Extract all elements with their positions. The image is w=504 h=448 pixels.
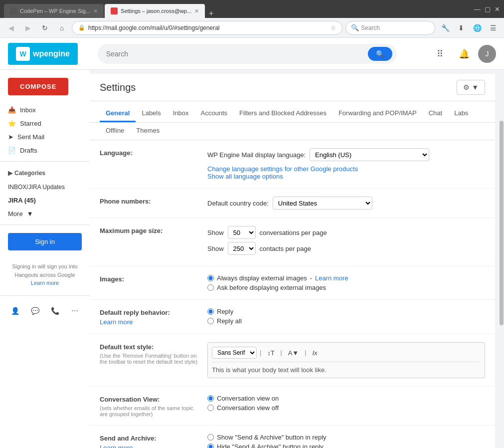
conversation-sublabel: (sets whether emails of the same topic a… xyxy=(100,405,199,417)
gear-dropdown-arrow: ▼ xyxy=(472,83,479,91)
show-send-archive-radio[interactable] xyxy=(207,434,214,441)
reply-radio[interactable] xyxy=(207,308,214,315)
tab-forwarding[interactable]: Forwarding and POP/IMAP xyxy=(333,105,423,122)
reload-button[interactable]: ↻ xyxy=(38,21,52,35)
tab-codepen[interactable]: CodePen – WP Engine Sig... ✕ xyxy=(4,4,104,18)
font-color-button[interactable]: A▼ xyxy=(285,348,302,358)
show-all-languages-link[interactable]: Show all language options xyxy=(207,173,283,180)
tab-labels[interactable]: Labels xyxy=(136,105,167,122)
images-label: Images: xyxy=(100,274,199,283)
settings-gear-button[interactable]: ⚙ ▼ xyxy=(457,80,485,95)
text-style-sublabel: (Use the 'Remove Formatting' button on t… xyxy=(100,353,199,365)
reply-all-radio[interactable] xyxy=(207,318,214,324)
settings-tabs-row1: General Labels Inbox Accounts Filters an… xyxy=(90,101,495,123)
conversation-on-radio[interactable] xyxy=(207,395,214,402)
tab-labs[interactable]: Labs xyxy=(448,105,474,122)
sign-in-learn-more-link[interactable]: Learn more xyxy=(31,280,59,286)
people-icon[interactable]: 👤 xyxy=(8,304,22,318)
drafts-label: Drafts xyxy=(20,147,37,154)
codepen-tab-close[interactable]: ✕ xyxy=(93,8,98,14)
menu-icon[interactable]: ☰ xyxy=(486,21,500,35)
sidebar-item-drafts[interactable]: 📄 Drafts xyxy=(0,144,90,157)
apps-icon[interactable]: ⠿ xyxy=(430,44,450,64)
conversations-per-page-select[interactable]: 50 25 100 xyxy=(228,226,256,239)
language-select[interactable]: English (US) xyxy=(310,148,429,161)
notifications-icon[interactable]: 🔔 xyxy=(454,44,474,64)
contacts-per-page-label: contacts per page xyxy=(260,245,311,252)
tab-accounts[interactable]: Accounts xyxy=(195,105,233,122)
home-button[interactable]: ⌂ xyxy=(55,21,69,35)
inbox-label: Inbox xyxy=(20,106,36,114)
gmail-tab-close[interactable]: ✕ xyxy=(194,8,199,14)
categories-arrow: ▶ xyxy=(8,170,12,177)
tab-inbox[interactable]: Inbox xyxy=(167,105,195,122)
browser-search-bar[interactable]: 🔍 Search xyxy=(345,21,435,35)
hide-send-archive-radio[interactable] xyxy=(207,444,214,448)
jira-label: JIRA (45) xyxy=(8,197,36,204)
maximize-button[interactable]: ▢ xyxy=(485,5,491,13)
sidebar-item-starred[interactable]: ⭐ Starred xyxy=(0,117,90,130)
browser-search-placeholder: Search xyxy=(361,24,380,31)
more-options-icon[interactable]: ⋯ xyxy=(68,304,82,318)
avatar[interactable]: J xyxy=(478,45,496,63)
new-tab-button[interactable]: + xyxy=(206,9,216,18)
always-display-radio[interactable] xyxy=(207,275,214,281)
reply-option1-label: Reply xyxy=(217,308,233,315)
back-button[interactable]: ◀ xyxy=(4,21,18,35)
gmail-search-container[interactable]: 🔍 xyxy=(98,44,397,64)
tab-themes[interactable]: Themes xyxy=(130,123,166,140)
browser-icons-group: 🔧 ⬇ 🌐 ☰ xyxy=(438,21,500,35)
reply-learn-more-link[interactable]: Learn more xyxy=(100,318,133,326)
tab-chat[interactable]: Chat xyxy=(423,105,448,122)
sign-in-button[interactable]: Sign in xyxy=(8,233,82,250)
phone-icon[interactable]: 📞 xyxy=(48,304,62,318)
contacts-per-page-select[interactable]: 250 25 50 100 xyxy=(228,242,256,255)
font-select[interactable]: Sans Serif xyxy=(212,347,257,359)
conversation-on-label: Conversation view on xyxy=(217,395,279,402)
conversation-view-label: Conversation View: (sets whether emails … xyxy=(100,395,199,417)
tab-general[interactable]: General xyxy=(100,105,136,122)
page-size-label: Maximum page size: xyxy=(100,226,199,234)
bookmark-icon[interactable]: ☆ xyxy=(331,24,336,31)
send-archive-learn-more-link[interactable]: Learn more xyxy=(100,444,133,448)
sidebar-item-more[interactable]: More ▼ xyxy=(0,207,90,221)
chat-icon[interactable]: 💬 xyxy=(28,304,42,318)
send-archive-label: Send and Archive: Learn more xyxy=(100,434,199,448)
gmail-favicon xyxy=(111,7,118,14)
remove-formatting-button[interactable]: Ix xyxy=(309,348,320,358)
wrench-icon[interactable]: 🔧 xyxy=(438,21,452,35)
text-style-row: Default text style: (Use the 'Remove For… xyxy=(90,334,495,387)
sidebar-item-sent[interactable]: ➤ Sent Mail xyxy=(0,130,90,144)
conversation-off-radio[interactable] xyxy=(207,405,214,411)
forward-button[interactable]: ▶ xyxy=(21,21,35,35)
sidebar-item-inbox[interactable]: 📥 Inbox xyxy=(0,103,90,117)
scrollbar-thumb[interactable] xyxy=(500,121,504,325)
tab-gmail[interactable]: Settings – jason.cross@wp... ✕ xyxy=(105,4,205,18)
images-learn-more-link[interactable]: Learn more xyxy=(315,274,348,282)
sidebar-item-jira[interactable]: JIRA (45) xyxy=(0,194,90,207)
gmail-search-input[interactable] xyxy=(106,50,364,58)
minimize-button[interactable]: — xyxy=(474,5,481,13)
sidebar-item-inbox-jira[interactable]: INBOX/JIRA Updates xyxy=(0,181,90,194)
address-bar[interactable]: 🔒 https://mail.google.com/mail/u/0/#sett… xyxy=(72,21,342,35)
more-arrow: ▼ xyxy=(27,210,33,218)
gmail-search: 🔍 xyxy=(98,44,397,64)
compose-button[interactable]: COMPOSE xyxy=(8,78,68,95)
images-row: Images: Always display external images -… xyxy=(90,266,495,300)
ask-before-display-radio[interactable] xyxy=(207,284,214,291)
change-language-link[interactable]: Change language settings for other Googl… xyxy=(207,165,358,173)
sidebar-divider-1 xyxy=(0,161,90,162)
show-send-archive-label: Show "Send & Archive" button in reply xyxy=(217,434,327,441)
scrollbar[interactable] xyxy=(499,70,504,448)
gmail-search-button[interactable]: 🔍 xyxy=(368,47,392,61)
country-select[interactable]: United States xyxy=(273,197,372,210)
close-button[interactable]: ✕ xyxy=(495,5,500,13)
tab-offline[interactable]: Offline xyxy=(100,123,130,140)
globe-icon[interactable]: 🌐 xyxy=(470,21,484,35)
download-icon[interactable]: ⬇ xyxy=(454,21,468,35)
categories-header[interactable]: ▶ Categories xyxy=(0,166,90,181)
always-display-label: Always display external images xyxy=(217,274,307,282)
codepen-tab-label: CodePen – WP Engine Sig... xyxy=(20,8,90,14)
tab-filters[interactable]: Filters and Blocked Addresses xyxy=(233,105,333,122)
font-size-button[interactable]: ↕T xyxy=(264,348,277,358)
